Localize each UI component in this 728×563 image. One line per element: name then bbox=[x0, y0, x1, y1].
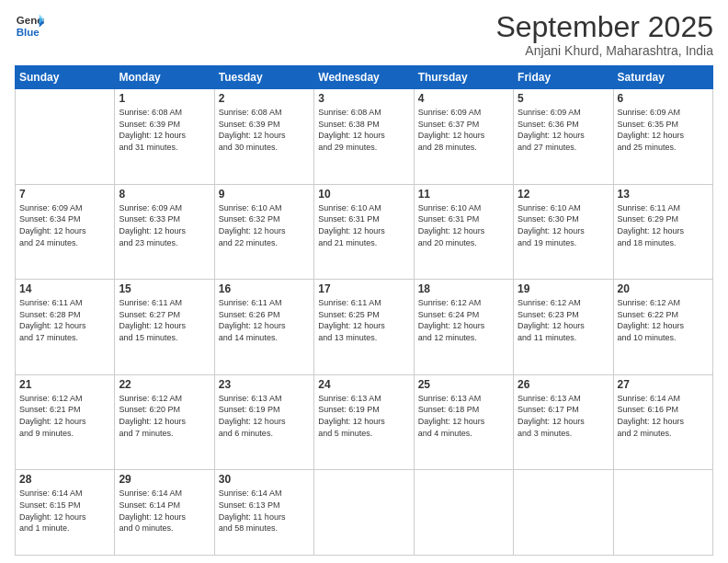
calendar-week-5: 28Sunrise: 6:14 AM Sunset: 6:15 PM Dayli… bbox=[16, 470, 713, 556]
calendar-cell: 29Sunrise: 6:14 AM Sunset: 6:14 PM Dayli… bbox=[115, 470, 214, 556]
day-info: Sunrise: 6:09 AM Sunset: 6:35 PM Dayligh… bbox=[618, 107, 709, 153]
title-block: September 2025 Anjani Khurd, Maharashtra… bbox=[495, 11, 713, 58]
calendar-cell: 23Sunrise: 6:13 AM Sunset: 6:19 PM Dayli… bbox=[214, 374, 313, 470]
calendar-cell: 7Sunrise: 6:09 AM Sunset: 6:34 PM Daylig… bbox=[16, 184, 115, 280]
day-info: Sunrise: 6:10 AM Sunset: 6:31 PM Dayligh… bbox=[318, 202, 409, 248]
calendar-cell: 19Sunrise: 6:12 AM Sunset: 6:23 PM Dayli… bbox=[514, 280, 613, 375]
day-info: Sunrise: 6:11 AM Sunset: 6:25 PM Dayligh… bbox=[318, 297, 409, 343]
location-subtitle: Anjani Khurd, Maharashtra, India bbox=[495, 43, 713, 58]
day-number: 15 bbox=[119, 282, 210, 295]
calendar-cell: 3Sunrise: 6:08 AM Sunset: 6:38 PM Daylig… bbox=[314, 89, 414, 185]
day-info: Sunrise: 6:13 AM Sunset: 6:17 PM Dayligh… bbox=[518, 393, 609, 439]
calendar-cell: 13Sunrise: 6:11 AM Sunset: 6:29 PM Dayli… bbox=[613, 184, 712, 280]
day-number: 2 bbox=[219, 92, 310, 105]
header: General Blue September 2025 Anjani Khurd… bbox=[15, 11, 713, 58]
day-info: Sunrise: 6:08 AM Sunset: 6:39 PM Dayligh… bbox=[219, 107, 310, 153]
day-info: Sunrise: 6:13 AM Sunset: 6:19 PM Dayligh… bbox=[219, 393, 310, 439]
calendar-cell: 30Sunrise: 6:14 AM Sunset: 6:13 PM Dayli… bbox=[214, 470, 313, 556]
day-number: 28 bbox=[19, 473, 110, 486]
calendar-cell: 8Sunrise: 6:09 AM Sunset: 6:33 PM Daylig… bbox=[115, 184, 214, 280]
day-number: 14 bbox=[19, 282, 110, 295]
day-number: 10 bbox=[318, 188, 409, 201]
day-info: Sunrise: 6:14 AM Sunset: 6:14 PM Dayligh… bbox=[119, 488, 210, 534]
calendar-cell: 11Sunrise: 6:10 AM Sunset: 6:31 PM Dayli… bbox=[414, 184, 513, 280]
calendar-week-4: 21Sunrise: 6:12 AM Sunset: 6:21 PM Dayli… bbox=[16, 374, 713, 470]
calendar-cell: 17Sunrise: 6:11 AM Sunset: 6:25 PM Dayli… bbox=[314, 280, 414, 375]
calendar-cell: 22Sunrise: 6:12 AM Sunset: 6:20 PM Dayli… bbox=[115, 374, 214, 470]
calendar-cell: 5Sunrise: 6:09 AM Sunset: 6:36 PM Daylig… bbox=[514, 89, 613, 185]
svg-text:Blue: Blue bbox=[17, 27, 40, 38]
day-number: 30 bbox=[219, 473, 310, 486]
calendar-cell: 24Sunrise: 6:13 AM Sunset: 6:19 PM Dayli… bbox=[314, 374, 414, 470]
day-info: Sunrise: 6:14 AM Sunset: 6:15 PM Dayligh… bbox=[19, 488, 110, 534]
calendar-week-3: 14Sunrise: 6:11 AM Sunset: 6:28 PM Dayli… bbox=[16, 280, 713, 375]
calendar-cell: 16Sunrise: 6:11 AM Sunset: 6:26 PM Dayli… bbox=[214, 280, 313, 375]
logo-icon: General Blue bbox=[15, 11, 44, 40]
calendar-cell: 12Sunrise: 6:10 AM Sunset: 6:30 PM Dayli… bbox=[514, 184, 613, 280]
calendar-cell bbox=[613, 470, 712, 556]
calendar-cell bbox=[514, 470, 613, 556]
calendar-cell bbox=[414, 470, 513, 556]
day-info: Sunrise: 6:11 AM Sunset: 6:26 PM Dayligh… bbox=[219, 297, 310, 343]
weekday-header-tuesday: Tuesday bbox=[214, 66, 313, 89]
day-info: Sunrise: 6:14 AM Sunset: 6:16 PM Dayligh… bbox=[618, 393, 709, 439]
day-number: 18 bbox=[418, 282, 509, 295]
calendar-cell: 6Sunrise: 6:09 AM Sunset: 6:35 PM Daylig… bbox=[613, 89, 712, 185]
calendar-cell: 4Sunrise: 6:09 AM Sunset: 6:37 PM Daylig… bbox=[414, 89, 513, 185]
day-number: 1 bbox=[119, 92, 210, 105]
day-number: 17 bbox=[318, 282, 409, 295]
calendar-cell: 20Sunrise: 6:12 AM Sunset: 6:22 PM Dayli… bbox=[613, 280, 712, 375]
day-info: Sunrise: 6:13 AM Sunset: 6:18 PM Dayligh… bbox=[418, 393, 509, 439]
weekday-header-wednesday: Wednesday bbox=[314, 66, 414, 89]
day-number: 19 bbox=[518, 282, 609, 295]
day-info: Sunrise: 6:11 AM Sunset: 6:28 PM Dayligh… bbox=[19, 297, 110, 343]
day-number: 7 bbox=[19, 188, 110, 201]
weekday-header-friday: Friday bbox=[514, 66, 613, 89]
day-number: 12 bbox=[518, 188, 609, 201]
page: General Blue September 2025 Anjani Khurd… bbox=[0, 0, 728, 563]
day-number: 24 bbox=[318, 378, 409, 391]
day-info: Sunrise: 6:10 AM Sunset: 6:30 PM Dayligh… bbox=[518, 202, 609, 248]
calendar-cell: 15Sunrise: 6:11 AM Sunset: 6:27 PM Dayli… bbox=[115, 280, 214, 375]
calendar-cell bbox=[16, 89, 115, 185]
day-number: 11 bbox=[418, 188, 509, 201]
day-info: Sunrise: 6:12 AM Sunset: 6:20 PM Dayligh… bbox=[119, 393, 210, 439]
calendar-cell: 26Sunrise: 6:13 AM Sunset: 6:17 PM Dayli… bbox=[514, 374, 613, 470]
day-number: 3 bbox=[318, 92, 409, 105]
day-info: Sunrise: 6:09 AM Sunset: 6:37 PM Dayligh… bbox=[418, 107, 509, 153]
calendar-cell: 2Sunrise: 6:08 AM Sunset: 6:39 PM Daylig… bbox=[214, 89, 313, 185]
day-number: 22 bbox=[119, 378, 210, 391]
calendar-cell: 1Sunrise: 6:08 AM Sunset: 6:39 PM Daylig… bbox=[115, 89, 214, 185]
day-info: Sunrise: 6:10 AM Sunset: 6:32 PM Dayligh… bbox=[219, 202, 310, 248]
day-info: Sunrise: 6:08 AM Sunset: 6:38 PM Dayligh… bbox=[318, 107, 409, 153]
calendar-cell: 18Sunrise: 6:12 AM Sunset: 6:24 PM Dayli… bbox=[414, 280, 513, 375]
weekday-header-thursday: Thursday bbox=[414, 66, 513, 89]
calendar-cell bbox=[314, 470, 414, 556]
calendar-cell: 27Sunrise: 6:14 AM Sunset: 6:16 PM Dayli… bbox=[613, 374, 712, 470]
day-number: 8 bbox=[119, 188, 210, 201]
day-info: Sunrise: 6:09 AM Sunset: 6:33 PM Dayligh… bbox=[119, 202, 210, 248]
day-number: 29 bbox=[119, 473, 210, 486]
day-info: Sunrise: 6:08 AM Sunset: 6:39 PM Dayligh… bbox=[119, 107, 210, 153]
day-number: 23 bbox=[219, 378, 310, 391]
day-number: 16 bbox=[219, 282, 310, 295]
day-info: Sunrise: 6:10 AM Sunset: 6:31 PM Dayligh… bbox=[418, 202, 509, 248]
day-number: 13 bbox=[618, 188, 709, 201]
day-number: 25 bbox=[418, 378, 509, 391]
day-number: 20 bbox=[618, 282, 709, 295]
day-info: Sunrise: 6:14 AM Sunset: 6:13 PM Dayligh… bbox=[219, 488, 310, 534]
calendar-cell: 28Sunrise: 6:14 AM Sunset: 6:15 PM Dayli… bbox=[16, 470, 115, 556]
day-number: 21 bbox=[19, 378, 110, 391]
day-info: Sunrise: 6:12 AM Sunset: 6:23 PM Dayligh… bbox=[518, 297, 609, 343]
day-number: 6 bbox=[618, 92, 709, 105]
day-info: Sunrise: 6:11 AM Sunset: 6:29 PM Dayligh… bbox=[618, 202, 709, 248]
day-info: Sunrise: 6:13 AM Sunset: 6:19 PM Dayligh… bbox=[318, 393, 409, 439]
calendar-cell: 21Sunrise: 6:12 AM Sunset: 6:21 PM Dayli… bbox=[16, 374, 115, 470]
day-info: Sunrise: 6:09 AM Sunset: 6:34 PM Dayligh… bbox=[19, 202, 110, 248]
day-info: Sunrise: 6:09 AM Sunset: 6:36 PM Dayligh… bbox=[518, 107, 609, 153]
day-info: Sunrise: 6:12 AM Sunset: 6:22 PM Dayligh… bbox=[618, 297, 709, 343]
calendar-week-1: 1Sunrise: 6:08 AM Sunset: 6:39 PM Daylig… bbox=[16, 89, 713, 185]
calendar-cell: 10Sunrise: 6:10 AM Sunset: 6:31 PM Dayli… bbox=[314, 184, 414, 280]
logo: General Blue bbox=[15, 11, 44, 40]
day-number: 26 bbox=[518, 378, 609, 391]
